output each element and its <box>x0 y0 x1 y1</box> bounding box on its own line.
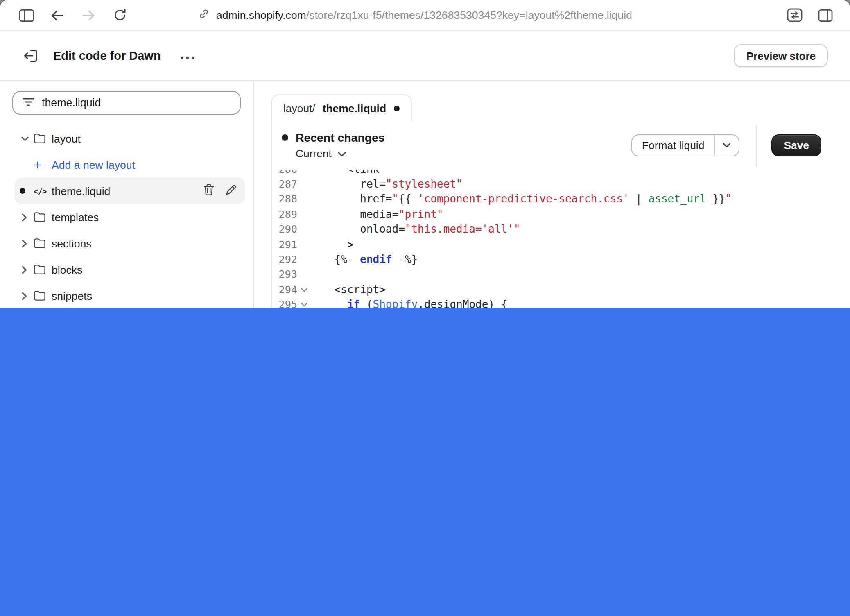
toolbar-actions: Format liquid Save <box>631 124 821 167</box>
code-text: rel="stylesheet" <box>309 177 830 192</box>
fold-spacer <box>299 252 309 267</box>
tab-strip: layout/theme.liquid <box>271 94 850 121</box>
tree-item-label: blocks <box>52 263 82 276</box>
fold-chevron-icon[interactable] <box>299 282 309 297</box>
folder-icon <box>34 290 52 301</box>
forward-icon[interactable] <box>79 5 98 25</box>
code-lines: 286 <link287 rel="stylesheet"288 href="{… <box>271 170 830 308</box>
file-search-input[interactable] <box>42 97 231 109</box>
file-sidebar: layout+Add a new layout</>theme.liquidte… <box>0 81 254 308</box>
folder-icon <box>34 211 52 223</box>
url-host: admin.shopify.com <box>216 9 306 21</box>
code-text: <script> <box>309 282 830 297</box>
editor-toolbar: Recent changes Current Format liquid <box>254 121 850 170</box>
code-text: if (Shopify.designMode) { <box>309 297 830 308</box>
chevron-down-icon[interactable] <box>20 135 34 142</box>
line-number: 291 <box>271 237 299 252</box>
sidebar-add-layout-link[interactable]: +Add a new layout <box>15 152 245 178</box>
toolbar-vertical-divider <box>756 124 757 167</box>
code-text: <link <box>309 170 830 177</box>
tree-item-label: theme.liquid <box>52 185 110 197</box>
chevron-right-icon[interactable] <box>20 265 34 274</box>
code-line-294[interactable]: 294 <script> <box>271 282 830 297</box>
link-icon <box>198 8 210 22</box>
tab-file-name: theme.liquid <box>323 102 386 114</box>
line-number: 286 <box>271 170 299 177</box>
line-number: 295 <box>271 297 299 308</box>
chevron-down-icon <box>337 147 346 160</box>
fold-chevron-icon[interactable] <box>299 297 309 308</box>
browser-toolbar: admin.shopify.com/store/rzq1xu-f5/themes… <box>0 0 850 31</box>
folder-icon <box>34 238 52 249</box>
save-button[interactable]: Save <box>771 134 821 156</box>
delete-file-icon[interactable] <box>203 183 215 198</box>
fold-spacer <box>299 267 309 283</box>
code-text: > <box>309 237 830 252</box>
folder-icon <box>34 264 52 275</box>
code-line-288[interactable]: 288 href="{{ 'component-predictive-searc… <box>271 192 830 207</box>
rename-file-icon[interactable] <box>225 184 237 198</box>
browser-window: admin.shopify.com/store/rzq1xu-f5/themes… <box>0 0 850 308</box>
code-line-295[interactable]: 295 if (Shopify.designMode) { <box>271 297 830 308</box>
screen: admin.shopify.com/store/rzq1xu-f5/themes… <box>0 0 850 308</box>
fold-spacer <box>299 237 309 252</box>
chevron-right-icon[interactable] <box>20 213 34 222</box>
line-number: 288 <box>271 192 299 207</box>
sidebar-item-sections[interactable]: sections <box>15 230 245 256</box>
code-line-289[interactable]: 289 media="print" <box>271 207 830 222</box>
exit-code-editor-button[interactable] <box>23 48 38 63</box>
code-text: {%- endif -%} <box>309 252 830 267</box>
code-text: media="print" <box>309 207 830 222</box>
line-number: 293 <box>271 267 299 283</box>
line-number: 289 <box>271 207 299 222</box>
sidebar-item-layout[interactable]: layout <box>15 125 245 152</box>
version-select[interactable]: Current <box>296 147 385 160</box>
format-options-chevron[interactable] <box>715 143 739 148</box>
code-text: href="{{ 'component-predictive-search.cs… <box>309 192 830 207</box>
format-liquid-button[interactable]: Format liquid <box>631 134 739 156</box>
reload-icon[interactable] <box>110 5 129 25</box>
back-icon[interactable] <box>47 5 67 25</box>
line-number: 292 <box>271 252 299 267</box>
tab-theme-liquid[interactable]: layout/theme.liquid <box>271 94 411 121</box>
sidebar-item-blocks[interactable]: blocks <box>15 256 245 283</box>
more-actions-button[interactable] <box>181 52 195 59</box>
code-line-287[interactable]: 287 rel="stylesheet" <box>271 177 830 192</box>
code-line-291[interactable]: 291 > <box>271 237 830 252</box>
profile-switch-icon[interactable] <box>784 5 804 25</box>
changes-dot <box>282 134 288 141</box>
fold-spacer <box>299 192 309 207</box>
code-line-293[interactable]: 293 <box>271 267 830 283</box>
sidebar-item-snippets[interactable]: snippets <box>15 283 245 308</box>
url-bar[interactable]: admin.shopify.com/store/rzq1xu-f5/themes… <box>198 8 632 22</box>
url-path: /store/rzq1xu-f5/themes/132683530345?key… <box>306 9 632 21</box>
code-line-286[interactable]: 286 <link <box>271 170 830 177</box>
chevron-right-icon[interactable] <box>20 291 34 300</box>
chevron-right-icon[interactable] <box>20 239 34 248</box>
tab-path-prefix: layout/ <box>283 102 315 114</box>
tree-item-label: Add a new layout <box>52 159 135 171</box>
code-line-290[interactable]: 290 onload="this.media='all'" <box>271 222 830 237</box>
split-view-icon[interactable] <box>816 5 835 25</box>
code-editor[interactable]: 286 <link287 rel="stylesheet"288 href="{… <box>271 170 830 308</box>
code-text <box>309 267 830 283</box>
sidebar-item-theme-liquid[interactable]: </>theme.liquid <box>15 178 245 204</box>
tree-item-label: snippets <box>52 290 92 302</box>
file-tree: layout+Add a new layout</>theme.liquidte… <box>0 125 253 308</box>
modified-dot <box>20 188 25 194</box>
code-text: onload="this.media='all'" <box>309 222 830 237</box>
url-text: admin.shopify.com/store/rzq1xu-f5/themes… <box>216 9 632 21</box>
code-line-292[interactable]: 292 {%- endif -%} <box>271 252 830 267</box>
fold-spacer <box>299 177 309 192</box>
editor-main: layout/theme.liquid Recent changes Curre… <box>254 81 850 308</box>
tree-item-label: templates <box>52 211 99 223</box>
tree-item-label: layout <box>52 132 81 145</box>
sidebar-toggle-icon[interactable] <box>16 5 36 25</box>
sidebar-item-templates[interactable]: templates <box>15 204 245 230</box>
file-search-box[interactable] <box>12 91 241 115</box>
preview-store-button[interactable]: Preview store <box>734 44 828 67</box>
version-panel: Recent changes Current <box>282 131 385 160</box>
line-number: 294 <box>271 282 299 297</box>
fold-spacer <box>299 207 309 222</box>
tree-item-label: sections <box>52 237 92 249</box>
